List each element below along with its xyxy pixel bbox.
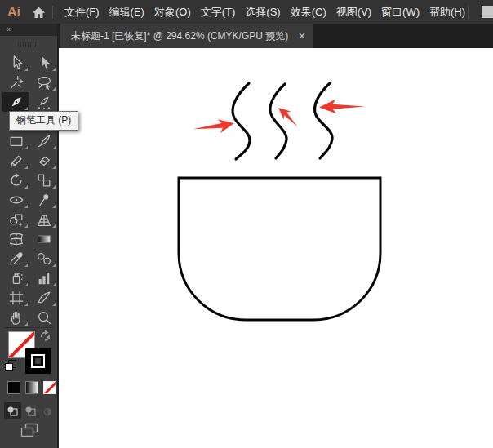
gradient-swatch-button[interactable] <box>25 381 38 394</box>
puppet-warp-tool-button[interactable] <box>30 190 57 210</box>
blend-tool-button[interactable] <box>30 249 57 268</box>
zoom-magnifier-icon <box>36 309 52 326</box>
puppet-warp-pin-icon <box>36 192 52 208</box>
lasso-icon <box>36 74 52 91</box>
menubar-separator <box>468 6 469 19</box>
artboard-icon <box>8 290 24 306</box>
rotate-tool-button[interactable] <box>2 171 29 190</box>
draw-inside-icon <box>42 406 54 417</box>
screen-mode-icon <box>20 422 39 438</box>
mesh-icon <box>8 231 24 247</box>
eraser-icon <box>36 153 52 169</box>
swap-arrows-icon <box>38 330 51 341</box>
menu-select[interactable]: 选择(S) <box>240 0 285 24</box>
menu-object[interactable]: 对象(O) <box>149 0 196 24</box>
menu-window[interactable]: 窗口(W) <box>376 0 424 24</box>
perspective-grid-tool-button[interactable] <box>30 210 57 229</box>
width-tool-icon <box>8 192 24 208</box>
slice-tool-button[interactable] <box>30 288 57 308</box>
pen-tool-button[interactable] <box>2 92 29 112</box>
draw-normal-icon <box>7 406 19 417</box>
blend-icon <box>36 251 52 267</box>
artboard-tool-button[interactable] <box>2 288 29 308</box>
document-tab-bar: 未标题-1 [已恢复]* @ 294.62% (CMYK/GPU 预览) ✕ <box>59 24 493 48</box>
scale-tool-button[interactable] <box>30 171 57 190</box>
steam-line-3[interactable] <box>315 83 333 158</box>
menu-edit[interactable]: 编辑(E) <box>104 0 149 24</box>
selection-tool-button[interactable] <box>2 53 29 73</box>
steam-line-2[interactable] <box>270 84 286 158</box>
document-tab[interactable]: 未标题-1 [已恢复]* @ 294.62% (CMYK/GPU 预览) ✕ <box>60 24 313 48</box>
pencil-tool-button[interactable] <box>2 151 29 171</box>
eyedropper-icon <box>8 251 24 267</box>
draw-normal-mode-button[interactable] <box>4 402 21 419</box>
hand-icon <box>8 309 24 326</box>
shape-builder-tool-button[interactable] <box>2 210 29 229</box>
menubar-right-group <box>461 0 493 24</box>
color-swatch-button[interactable] <box>7 381 20 394</box>
rotate-icon <box>8 172 24 189</box>
annotation-arrow-3[interactable] <box>319 98 366 115</box>
annotation-arrow-1[interactable] <box>192 117 235 138</box>
rectangle-icon <box>8 133 24 149</box>
artwork <box>59 48 493 448</box>
lasso-tool-button[interactable] <box>30 73 57 92</box>
menubar-separator <box>52 6 53 19</box>
mesh-tool-button[interactable] <box>2 229 29 249</box>
screen-mode-button[interactable] <box>20 422 39 441</box>
draw-behind-icon <box>24 406 37 417</box>
perspective-grid-icon <box>36 211 52 228</box>
pencil-icon <box>8 153 24 169</box>
magic-wand-icon <box>8 74 24 91</box>
gradient-icon <box>36 231 52 247</box>
symbol-sprayer-tool-button[interactable] <box>2 268 29 288</box>
menu-view[interactable]: 视图(V) <box>331 0 376 24</box>
none-slash-icon <box>43 381 56 394</box>
stroke-color-swatch[interactable] <box>25 348 51 374</box>
gradient-tool-button[interactable] <box>30 229 57 249</box>
shape-builder-icon <box>8 211 24 228</box>
curvature-pen-icon <box>36 94 52 110</box>
ai-logo[interactable]: Ai <box>7 5 20 20</box>
home-icon <box>32 6 46 19</box>
width-tool-button[interactable] <box>2 190 29 210</box>
menu-bar: Ai 文件(F) 编辑(E) 对象(O) 文字(T) 选择(S) 效果(C) 视… <box>0 0 493 24</box>
draw-behind-mode-button[interactable] <box>22 402 39 419</box>
none-swatch-button[interactable] <box>43 381 56 394</box>
menu-effect[interactable]: 效果(C) <box>286 0 331 24</box>
document-tab-title: 未标题-1 [已恢复]* @ 294.62% (CMYK/GPU 预览) <box>71 29 288 43</box>
home-button[interactable] <box>32 6 46 19</box>
column-graph-icon <box>36 270 52 286</box>
eraser-tool-button[interactable] <box>30 151 57 171</box>
panel-collapse-button[interactable]: « <box>0 24 57 36</box>
cup-outline[interactable] <box>179 178 380 320</box>
hand-tool-button[interactable] <box>2 308 29 327</box>
draw-inside-mode-button[interactable] <box>39 402 56 419</box>
default-fill-stroke-icon[interactable] <box>5 360 16 371</box>
direct-selection-arrow-icon <box>36 55 52 71</box>
tab-close-icon[interactable]: ✕ <box>298 31 305 42</box>
zoom-tool-button[interactable] <box>30 308 57 327</box>
panel-divider <box>4 327 53 328</box>
menu-file[interactable]: 文件(F) <box>60 0 104 24</box>
column-graph-tool-button[interactable] <box>30 268 57 288</box>
paintbrush-tool-button[interactable] <box>30 131 57 151</box>
artboard-canvas[interactable] <box>59 48 493 448</box>
paintbrush-icon <box>36 133 52 149</box>
tools-panel: « <box>0 24 59 448</box>
pen-tool-tooltip: 钢笔工具 (P) <box>9 111 78 131</box>
slice-knife-icon <box>36 290 52 306</box>
eyedropper-tool-button[interactable] <box>2 249 29 268</box>
scale-icon <box>36 172 52 189</box>
steam-line-1[interactable] <box>233 83 250 159</box>
illustrator-window: Ai 文件(F) 编辑(E) 对象(O) 文字(T) 选择(S) 效果(C) 视… <box>0 0 493 448</box>
menu-type[interactable]: 文字(T) <box>196 0 241 24</box>
swap-fill-stroke-icon[interactable] <box>38 330 51 344</box>
magic-wand-tool-button[interactable] <box>2 73 29 92</box>
panel-drag-grip[interactable] <box>18 42 40 47</box>
curvature-tool-button[interactable] <box>30 92 57 112</box>
workspace-button-partial[interactable] <box>482 6 493 18</box>
pen-nib-icon <box>8 94 24 110</box>
rectangle-tool-button[interactable] <box>2 131 29 151</box>
direct-selection-tool-button[interactable] <box>30 53 57 73</box>
